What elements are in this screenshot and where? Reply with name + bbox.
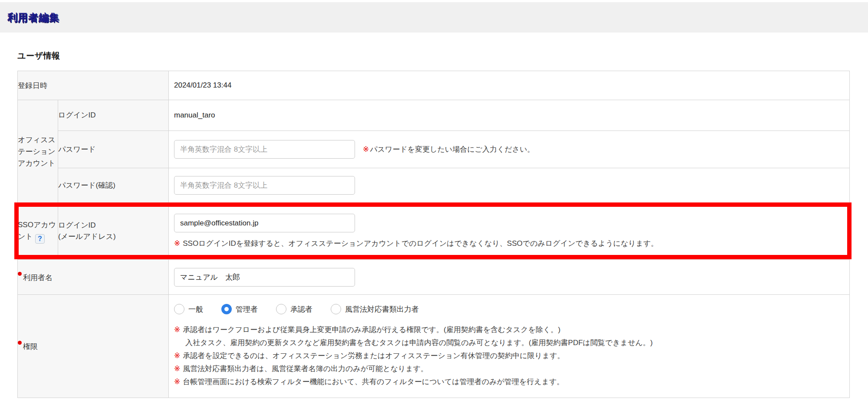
- row-user-name: 利用者名: [18, 260, 850, 295]
- os-login-id-value-cell: manual_taro: [169, 100, 850, 131]
- row-sso-login-id: SSOアカウント? ログインID (メールアドレス) ※SSOログインIDを登録…: [18, 203, 850, 260]
- password-label-cell: パスワード: [58, 131, 169, 168]
- os-login-id-label: ログインID: [58, 111, 96, 119]
- permission-label: 権限: [23, 342, 38, 351]
- user-name-value-cell: [169, 260, 850, 295]
- password-note: ※パスワードを変更したい場合にご入力ください。: [363, 144, 535, 154]
- permission-note: ※台帳管理画面における検索フィルター機能において、共有のフィルターについては管理…: [174, 375, 849, 388]
- note-mark-icon: ※: [174, 239, 180, 248]
- user-info-table: 登録日時 2024/01/23 13:44 オフィスステーションアカウント ログ…: [17, 71, 850, 398]
- page-header: 利用者編集: [0, 2, 868, 33]
- permission-notes: ※承認者はワークフローおよび従業員身上変更申請のみ承認が行える権限です。(雇用契…: [174, 323, 849, 388]
- permission-note: ※風営法対応書類出力者は、風営従業者名簿の出力のみが可能となります。: [174, 362, 849, 375]
- help-icon[interactable]: ?: [35, 234, 45, 244]
- password-confirm-input[interactable]: [174, 176, 355, 195]
- radio-option-fueiho-output[interactable]: 風営法対応書類出力者: [331, 304, 419, 314]
- radio-option-general[interactable]: 一般: [174, 304, 203, 314]
- user-name-label: 利用者名: [23, 274, 53, 282]
- password-value-cell: ※パスワードを変更したい場合にご入力ください。: [169, 131, 850, 168]
- sso-login-id-label-line2: (メールアドレス): [58, 231, 168, 242]
- password-confirm-label: パスワード(確認): [58, 181, 115, 189]
- row-registered-at: 登録日時 2024/01/23 13:44: [18, 71, 850, 100]
- registered-at-label-cell: 登録日時: [18, 71, 169, 100]
- row-password: パスワード ※パスワードを変更したい場合にご入力ください。: [18, 131, 850, 168]
- registered-at-label: 登録日時: [18, 82, 47, 90]
- permission-note: ※承認者はワークフローおよび従業員身上変更申請のみ承認が行える権限です。(雇用契…: [174, 323, 849, 336]
- registered-at-value-cell: 2024/01/23 13:44: [169, 71, 850, 100]
- note-mark-icon: ※: [174, 365, 180, 373]
- sso-note: ※SSOログインIDを登録すると、オフィスステーションアカウントでのログインはで…: [174, 238, 849, 248]
- radio-icon[interactable]: [276, 304, 286, 314]
- office-station-account-group-label: オフィスステーションアカウント: [18, 136, 56, 167]
- permission-value-cell: 一般 管理者 承認者 風営法対応書類出力者 ※承認者はワークフローおよび従業員身…: [169, 295, 850, 398]
- permission-label-cell: 権限: [18, 295, 169, 398]
- required-marker-icon: [18, 341, 22, 345]
- section-heading: ユーザ情報: [17, 50, 60, 62]
- os-login-id-label-cell: ログインID: [58, 100, 169, 131]
- radio-option-admin[interactable]: 管理者: [221, 304, 258, 314]
- note-mark-icon: ※: [174, 352, 180, 360]
- row-permission: 権限 一般 管理者 承認者 風営法対応書類出力者: [18, 295, 850, 398]
- radio-icon[interactable]: [174, 304, 184, 314]
- sso-login-id-label-cell: ログインID (メールアドレス): [58, 203, 169, 260]
- permission-note-continuation: 入社タスク、雇用契約の更新タスクなど雇用契約書を含むタスクは申請内容の閲覧のみ可…: [174, 336, 849, 349]
- note-mark-icon: ※: [363, 145, 369, 153]
- row-os-login-id: オフィスステーションアカウント ログインID manual_taro: [18, 100, 850, 131]
- os-login-id-value: manual_taro: [174, 111, 215, 119]
- page-title: 利用者編集: [7, 11, 59, 24]
- permission-radio-group: 一般 管理者 承認者 風営法対応書類出力者: [174, 304, 849, 314]
- sso-account-group-cell: SSOアカウント?: [18, 203, 58, 260]
- password-label: パスワード: [58, 145, 96, 153]
- permission-note: ※承認者を設定できるのは、オフィスステーション労務またはオフィスステーション有休…: [174, 349, 849, 362]
- sso-login-id-value-cell: ※SSOログインIDを登録すると、オフィスステーションアカウントでのログインはで…: [169, 203, 850, 260]
- sso-login-id-label-line1: ログインID: [58, 220, 168, 231]
- radio-icon[interactable]: [331, 304, 341, 314]
- note-mark-icon: ※: [174, 326, 180, 334]
- sso-login-id-input[interactable]: [174, 214, 355, 232]
- user-name-label-cell: 利用者名: [18, 260, 169, 295]
- row-password-confirm: パスワード(確認): [18, 168, 850, 203]
- note-mark-icon: ※: [174, 378, 180, 386]
- user-name-input[interactable]: [174, 268, 355, 287]
- password-input[interactable]: [174, 140, 355, 159]
- required-marker-icon: [18, 272, 22, 276]
- registered-at-value: 2024/01/23 13:44: [174, 81, 231, 89]
- office-station-account-group-cell: オフィスステーションアカウント: [18, 100, 58, 203]
- password-confirm-label-cell: パスワード(確認): [58, 168, 169, 203]
- radio-icon[interactable]: [221, 304, 232, 314]
- radio-option-approver[interactable]: 承認者: [276, 304, 312, 314]
- password-confirm-value-cell: [169, 168, 850, 203]
